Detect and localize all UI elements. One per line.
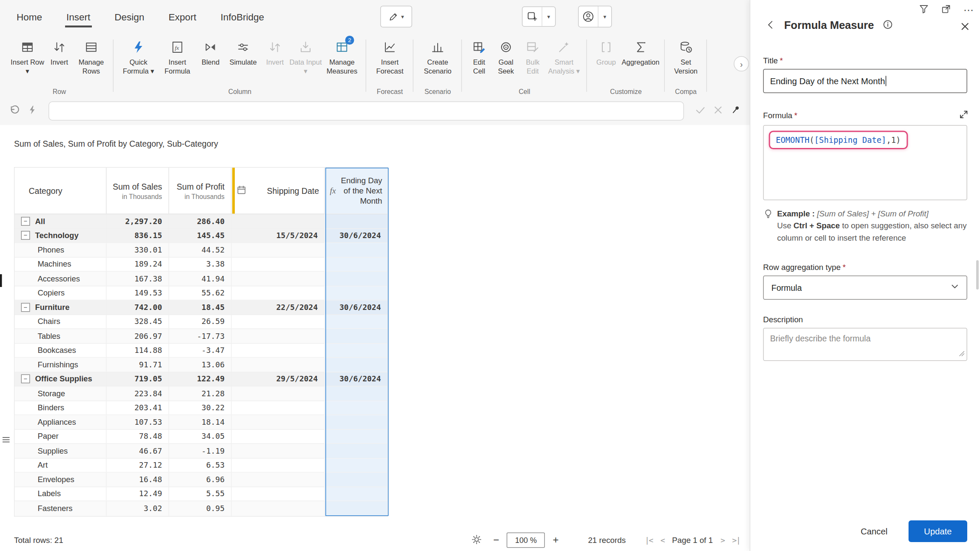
profit-cell[interactable]: 6.53 [169, 458, 232, 472]
profit-cell[interactable]: -1.19 [169, 444, 232, 457]
profit-cell[interactable]: 13.06 [169, 358, 232, 372]
collapse-icon[interactable]: − [21, 217, 30, 226]
shipping-date-cell[interactable] [232, 458, 325, 472]
table-row[interactable]: Fasteners3.020.95 [15, 501, 387, 516]
ribbon-item-insert-formula[interactable]: fx Insert Formula [159, 37, 196, 76]
ribbon-item-insert-forecast[interactable]: Insert Forecast [371, 37, 409, 76]
sales-cell[interactable]: 719.05 [107, 372, 169, 386]
tab-infobridge[interactable]: InfoBridge [220, 11, 264, 22]
ribbon-item-simulate[interactable]: Simulate [225, 37, 261, 67]
sales-cell[interactable]: 16.48 [107, 473, 169, 486]
pin-icon[interactable] [731, 104, 742, 118]
ribbon-item-insert-row[interactable]: Insert Row ▾ [10, 37, 46, 76]
profit-cell[interactable]: -17.73 [169, 329, 232, 343]
title-input[interactable]: Ending Day of the Next Month [763, 69, 967, 93]
ending-day-cell[interactable] [325, 344, 387, 357]
ribbon-expand-button[interactable]: › [734, 56, 749, 71]
category-cell[interactable]: Supplies [15, 444, 107, 457]
sales-cell[interactable]: 206.97 [107, 329, 169, 343]
sales-cell[interactable]: 223.84 [107, 386, 169, 400]
ribbon-item-manage-measures[interactable]: 2 Manage Measures [322, 37, 362, 76]
shipping-date-cell[interactable]: 29/5/2024 [232, 372, 325, 386]
table-row[interactable]: Paper78.4834.05 [15, 429, 387, 444]
next-page-icon[interactable]: > [721, 536, 724, 545]
ending-day-cell[interactable]: 30/6/2024 [325, 301, 387, 314]
filter-icon[interactable] [919, 4, 929, 17]
profit-cell[interactable]: 18.45 [169, 301, 232, 314]
close-icon[interactable] [960, 22, 970, 34]
shipping-date-cell[interactable] [232, 257, 325, 271]
ribbon-item-edit-cell[interactable]: Edit Cell [467, 37, 492, 76]
ribbon-item-bulk-edit[interactable]: Bulk Edit [520, 37, 546, 76]
profit-cell[interactable]: 6.96 [169, 473, 232, 486]
formula-editor[interactable]: EOMONTH([Shipping Date],1) [763, 125, 967, 200]
ribbon-item-smart-analysis[interactable]: Smart Analysis ▾ [546, 37, 583, 76]
shipping-date-cell[interactable] [232, 501, 325, 516]
drag-grip-icon[interactable] [2, 435, 11, 446]
table-row[interactable]: Labels12.495.55 [15, 487, 387, 501]
shipping-date-cell[interactable] [232, 401, 325, 415]
category-cell[interactable]: Accessories [15, 272, 107, 285]
profit-cell[interactable]: 286.40 [169, 214, 232, 228]
profit-cell[interactable]: 0.95 [169, 501, 232, 516]
header-shipping-date[interactable]: Shipping Date [232, 168, 325, 214]
table-row[interactable]: Accessories167.3841.94 [15, 272, 387, 286]
prev-page-icon[interactable]: < [661, 536, 664, 545]
ending-day-cell[interactable] [325, 401, 387, 415]
sales-cell[interactable]: 91.71 [107, 358, 169, 372]
sales-cell[interactable]: 3.02 [107, 501, 169, 516]
tab-design[interactable]: Design [114, 11, 144, 22]
category-cell[interactable]: Envelopes [15, 473, 107, 486]
ending-day-cell[interactable] [325, 272, 387, 285]
first-page-icon[interactable]: |< [645, 536, 653, 545]
category-cell[interactable]: Labels [15, 487, 107, 500]
sales-cell[interactable]: 78.48 [107, 429, 169, 443]
table-row[interactable]: Chairs328.4526.59 [15, 315, 387, 329]
shipping-date-cell[interactable] [232, 329, 325, 343]
profit-cell[interactable]: -3.47 [169, 344, 232, 357]
profit-cell[interactable]: 30.22 [169, 401, 232, 415]
zoom-out-button[interactable]: − [493, 534, 499, 546]
formula-input[interactable] [48, 102, 684, 121]
sales-cell[interactable]: 742.00 [107, 301, 169, 314]
category-cell[interactable]: Storage [15, 386, 107, 400]
ending-day-cell[interactable] [325, 358, 387, 372]
category-cell[interactable]: Binders [15, 401, 107, 415]
category-cell[interactable]: Paper [15, 429, 107, 443]
sales-cell[interactable]: 328.45 [107, 315, 169, 328]
sales-cell[interactable]: 46.67 [107, 444, 169, 457]
sales-cell[interactable]: 107.53 [107, 415, 169, 429]
zoom-level[interactable]: 100 % [507, 533, 545, 548]
profit-cell[interactable]: 3.38 [169, 257, 232, 271]
collapse-icon[interactable]: − [21, 375, 30, 383]
table-row[interactable]: Supplies46.67-1.19 [15, 444, 387, 458]
category-cell[interactable]: −Technology [15, 229, 107, 242]
shipping-date-cell[interactable] [232, 315, 325, 328]
more-options-icon[interactable]: ⋯ [963, 5, 974, 15]
zoom-in-button[interactable]: + [553, 534, 558, 546]
tab-home[interactable]: Home [17, 11, 42, 22]
profit-cell[interactable]: 41.94 [169, 272, 232, 285]
ending-day-cell[interactable] [325, 444, 387, 457]
ribbon-item-group[interactable]: Group [592, 37, 621, 67]
collapse-icon[interactable]: − [21, 303, 30, 312]
category-cell[interactable]: Machines [15, 257, 107, 271]
table-row[interactable]: Furnishings91.7113.06 [15, 358, 387, 372]
ending-day-cell[interactable] [325, 429, 387, 443]
formula-expression[interactable]: EOMONTH([Shipping Date],1) [769, 131, 908, 150]
category-cell[interactable]: −Furniture [15, 301, 107, 314]
ribbon-item-data-input[interactable]: Data Input ▾ [289, 37, 322, 76]
table-row[interactable]: −Furniture742.0018.4522/5/202430/6/2024 [15, 301, 387, 315]
category-cell[interactable]: Art [15, 458, 107, 472]
annotation-button[interactable]: ▾ [522, 6, 556, 27]
account-button[interactable]: ▾ [578, 6, 612, 28]
shipping-date-cell[interactable] [232, 243, 325, 257]
account-dropdown[interactable]: ▾ [598, 6, 612, 27]
ending-day-cell[interactable] [325, 329, 387, 343]
category-cell[interactable]: −Office Supplies [15, 372, 107, 386]
sales-cell[interactable]: 189.24 [107, 257, 169, 271]
tab-export[interactable]: Export [168, 11, 196, 22]
sales-cell[interactable]: 203.41 [107, 401, 169, 415]
category-cell[interactable]: Copiers [15, 286, 107, 300]
table-row[interactable]: Tables206.97-17.73 [15, 329, 387, 344]
